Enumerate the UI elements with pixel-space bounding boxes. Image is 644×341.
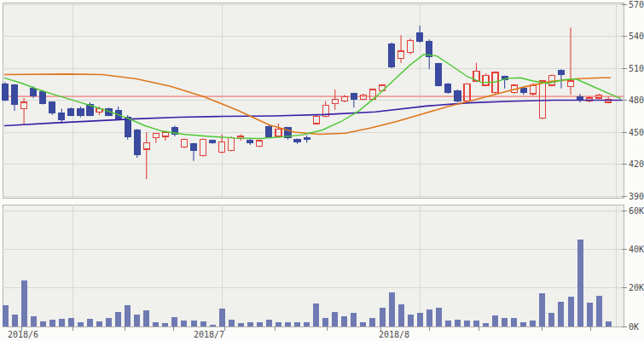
candle <box>68 107 74 116</box>
volume-bar <box>115 312 121 327</box>
volume-bar <box>210 325 216 327</box>
volume-bar <box>426 309 432 327</box>
candle <box>436 63 442 87</box>
volume-bar <box>68 318 74 327</box>
volume-bar <box>548 313 554 327</box>
candle <box>455 90 461 102</box>
volume-bar <box>455 320 461 327</box>
x-axis-label: 2018/8 <box>379 330 409 339</box>
volume-bar <box>369 318 375 327</box>
volume-bar <box>577 240 583 327</box>
candle <box>445 84 451 95</box>
volume-bar <box>473 321 479 327</box>
volume-bar <box>360 322 366 327</box>
volume-bar <box>191 321 197 327</box>
volume-bar <box>125 305 131 327</box>
volume-bar <box>294 322 300 327</box>
candle <box>3 82 9 101</box>
candle <box>266 124 272 137</box>
volume-bar <box>276 322 281 327</box>
volume-bar <box>606 321 612 327</box>
stock-chart-window: 570054005100480045004200390060K40K20K0K2… <box>0 0 644 341</box>
volume-bar <box>408 315 414 327</box>
volume-axis-label: 0K <box>629 322 639 332</box>
price-axis-label: 5700 <box>629 0 644 9</box>
volume-bar <box>502 318 508 327</box>
candlestick-volume-chart[interactable]: 570054005100480045004200390060K40K20K0K2… <box>0 0 644 341</box>
volume-bar <box>492 315 498 327</box>
volume-bar <box>12 315 18 327</box>
volume-bar <box>181 321 187 327</box>
price-axis-label: 4800 <box>629 95 644 105</box>
volume-axis-label: 20K <box>629 283 644 292</box>
volume-bar <box>332 312 338 327</box>
volume-bar <box>171 317 177 327</box>
price-axis-label: 5400 <box>629 32 644 41</box>
volume-bar <box>31 316 37 327</box>
volume-bar <box>87 319 93 327</box>
volume-bar <box>568 297 574 327</box>
volume-bar <box>520 322 526 327</box>
volume-bar <box>106 318 112 327</box>
volume-bar <box>530 321 536 327</box>
volume-bar <box>219 309 225 327</box>
price-axis-labels: 5700540051004800450042003900 <box>622 0 644 201</box>
candle <box>210 140 216 144</box>
volume-bar <box>398 304 404 327</box>
volume-bar <box>417 313 423 327</box>
price-axis-label: 4200 <box>629 159 644 169</box>
volume-bar <box>596 296 602 327</box>
volume-bar <box>162 323 168 327</box>
volume-bar <box>200 321 206 327</box>
volume-bar <box>21 280 27 327</box>
volume-bar <box>143 310 149 327</box>
volume-bar <box>389 292 395 327</box>
x-axis-label: 2018/7 <box>194 330 224 339</box>
volume-bar <box>511 318 517 327</box>
volume-bar <box>285 322 291 327</box>
volume-bar <box>153 322 159 327</box>
volume-bar <box>539 293 545 327</box>
volume-bar <box>59 319 65 327</box>
volume-axis-label: 40K <box>629 245 644 254</box>
candle <box>389 43 395 68</box>
candle <box>134 129 140 158</box>
volume-bar <box>351 313 357 327</box>
price-axis-label: 5100 <box>629 64 644 73</box>
volume-axis-label: 60K <box>629 206 644 216</box>
volume-bar <box>313 303 319 327</box>
volume-bar <box>238 323 244 327</box>
volume-bar <box>229 320 235 327</box>
x-axis: 2018/62018/72018/8 <box>8 327 590 339</box>
volume-bar <box>483 323 489 327</box>
volume-bar <box>40 321 46 327</box>
volume-bar <box>134 315 140 327</box>
volume-bar <box>247 322 253 327</box>
volume-bar <box>49 320 55 327</box>
volume-bar <box>322 318 328 327</box>
volume-bar <box>341 316 347 327</box>
volume-bar <box>558 302 564 327</box>
volume-bar <box>266 320 272 327</box>
volume-axis-labels: 60K40K20K0K <box>622 206 644 332</box>
x-axis-label: 2018/6 <box>8 330 38 339</box>
volume-bar <box>445 321 451 327</box>
volume-bar <box>380 308 386 327</box>
volume-bar <box>587 303 593 327</box>
candle <box>40 90 46 104</box>
volume-bar <box>3 305 9 327</box>
volume-bar <box>304 322 310 327</box>
volume-bar <box>78 322 84 327</box>
volume-bar <box>96 321 102 327</box>
candle <box>49 101 55 115</box>
price-axis-label: 4500 <box>629 128 644 137</box>
price-axis-label: 3900 <box>629 192 644 201</box>
volume-panel <box>3 205 624 327</box>
candle <box>285 127 291 140</box>
volume-bar <box>436 308 442 327</box>
volume-bar <box>257 322 263 327</box>
volume-bar <box>464 321 470 327</box>
